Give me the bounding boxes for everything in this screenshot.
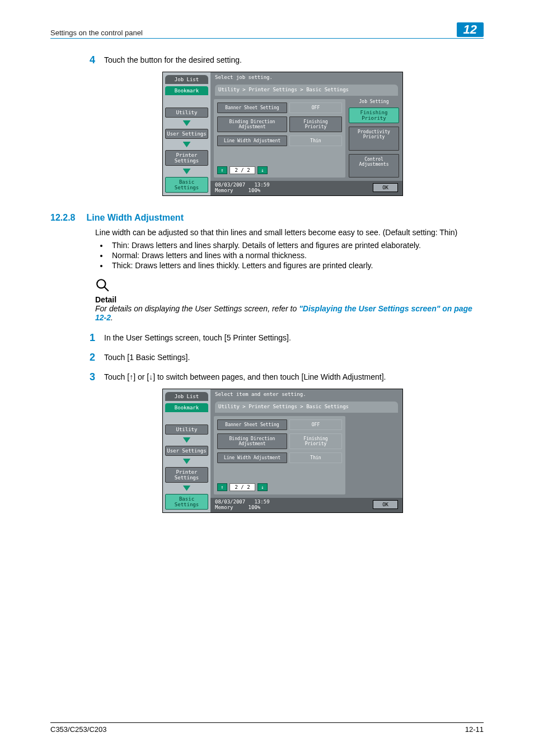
- panel-screenshot-1: Job List Bookmark Utility User Settings …: [162, 72, 403, 196]
- step-4-text: Touch the button for the desired setting…: [104, 54, 242, 64]
- job-list-tab[interactable]: Job List: [165, 392, 208, 401]
- footer-date: 08/03/2007: [215, 499, 245, 505]
- intro-text: Line width can be adjusted so that thin …: [95, 227, 484, 239]
- step-4-number: 4: [90, 54, 104, 66]
- footer-right: 12-11: [465, 725, 484, 734]
- banner-sheet-setting-value: OFF: [289, 419, 342, 430]
- line-width-button[interactable]: Line Width Adjustment: [217, 136, 287, 146]
- page-down-button[interactable]: ↓: [257, 166, 268, 174]
- chevron-down-icon: [183, 486, 191, 491]
- binding-direction-value: Finishing Priority: [289, 433, 342, 449]
- step-3-number: 3: [90, 371, 104, 383]
- footer-left: C353/C253/C203: [50, 725, 106, 734]
- panel-footer: 08/03/2007 13:59 Memory 100% OK: [210, 181, 402, 195]
- banner-sheet-setting-value: OFF: [289, 102, 342, 113]
- section-number: 12.2.8: [50, 213, 75, 223]
- page-up-button[interactable]: ↑: [217, 483, 227, 491]
- bookmark-tab[interactable]: Bookmark: [165, 86, 208, 95]
- footer-memory-pct: 100%: [249, 188, 261, 193]
- header-left: Settings on the control panel: [50, 29, 143, 37]
- section-heading: 12.2.8 Line Width Adjustment: [50, 213, 484, 223]
- step-2-number: 2: [90, 352, 104, 363]
- pager: ↑ 2 / 2 ↓: [217, 483, 342, 491]
- basic-settings-crumb[interactable]: Basic Settings: [165, 494, 208, 510]
- instruction-bar: Select item and enter setting.: [210, 389, 402, 399]
- chevron-down-icon: [183, 120, 191, 126]
- breadcrumb-bar: Utility > Printer Settings > Basic Setti…: [215, 402, 398, 413]
- utility-crumb[interactable]: Utility: [165, 108, 208, 118]
- line-width-value: Thin: [289, 136, 342, 146]
- list-item: Normal: Draws letters and lines with a n…: [109, 251, 484, 260]
- step-2-text: Touch [1 Basic Settings].: [104, 352, 190, 362]
- printer-settings-crumb[interactable]: Printer Settings: [165, 467, 208, 483]
- panel1-left-column: Job List Bookmark Utility User Settings …: [163, 72, 210, 195]
- svg-line-1: [104, 287, 109, 291]
- ok-button[interactable]: OK: [373, 183, 398, 192]
- line-width-button[interactable]: Line Width Adjustment: [217, 452, 287, 463]
- basic-settings-crumb[interactable]: Basic Settings: [165, 177, 208, 193]
- step-3: 3 Touch [↑] or [↓] to switch between pag…: [90, 371, 484, 383]
- pager: ↑ 2 / 2 ↓: [217, 166, 342, 174]
- page-header: Settings on the control panel 12: [50, 22, 484, 39]
- step-1: 1 In the User Settings screen, touch [5 …: [90, 332, 484, 344]
- job-setting-column: Job Setting Finishing Priority Productiv…: [349, 99, 399, 178]
- panel2-left-column: Job List Bookmark Utility User Settings …: [163, 389, 210, 512]
- chevron-down-icon: [183, 437, 191, 443]
- panel-screenshot-2: Job List Bookmark Utility User Settings …: [162, 389, 403, 513]
- binding-direction-button[interactable]: Binding Direction Adjustment: [217, 433, 287, 449]
- chapter-badge: 12: [457, 22, 484, 37]
- option-list: Thin: Draws letters and lines sharply. D…: [95, 241, 484, 270]
- chevron-down-icon: [183, 459, 191, 464]
- instruction-bar: Select job setting.: [210, 72, 402, 82]
- footer-memory-pct: 100%: [249, 505, 261, 510]
- list-item: Thick: Draws letters and lines thickly. …: [109, 261, 484, 270]
- settings-area: Banner Sheet Setting OFF Binding Directi…: [214, 99, 345, 178]
- detail-heading: Detail: [95, 295, 484, 304]
- svg-point-0: [97, 279, 105, 288]
- page-down-button[interactable]: ↓: [257, 483, 268, 491]
- banner-sheet-setting-button[interactable]: Banner Sheet Setting: [217, 102, 287, 113]
- productivity-priority-button[interactable]: Productivity Priority: [349, 127, 399, 151]
- printer-settings-crumb[interactable]: Printer Settings: [165, 150, 208, 166]
- step-2: 2 Touch [1 Basic Settings].: [90, 352, 484, 363]
- chevron-down-icon: [183, 169, 191, 174]
- step-1-number: 1: [90, 332, 104, 344]
- binding-direction-button[interactable]: Binding Direction Adjustment: [217, 116, 287, 132]
- footer-memory-label: Memory: [215, 188, 233, 193]
- banner-sheet-setting-button[interactable]: Banner Sheet Setting: [217, 419, 287, 430]
- empty-side-column: [349, 416, 399, 494]
- page-up-button[interactable]: ↑: [217, 166, 227, 174]
- ok-button[interactable]: OK: [373, 500, 398, 509]
- detail-body: For details on displaying the User Setti…: [95, 304, 484, 322]
- user-settings-crumb[interactable]: User Settings: [165, 129, 208, 139]
- magnifier-icon: [95, 278, 484, 294]
- footer-time: 13:59: [254, 499, 269, 505]
- page-indicator: 2 / 2: [229, 166, 255, 174]
- step-1-text: In the User Settings screen, touch [5 Pr…: [104, 332, 291, 342]
- step-3-text: Touch [↑] or [↓] to switch between pages…: [104, 371, 386, 381]
- control-adjustments-button[interactable]: Control Adjustments: [349, 154, 399, 178]
- footer-date: 08/03/2007: [215, 182, 245, 188]
- job-setting-title: Job Setting: [349, 99, 399, 104]
- line-width-value: Thin: [289, 452, 342, 463]
- footer-memory-label: Memory: [215, 505, 233, 510]
- binding-direction-value: Finishing Priority: [289, 116, 342, 132]
- user-settings-crumb[interactable]: User Settings: [165, 446, 208, 456]
- panel-footer: 08/03/2007 13:59 Memory 100% OK: [210, 498, 402, 512]
- detail-note: Detail For details on displaying the Use…: [95, 278, 484, 322]
- step-4: 4 Touch the button for the desired setti…: [90, 54, 484, 66]
- utility-crumb[interactable]: Utility: [165, 424, 208, 435]
- page-footer: C353/C253/C203 12-11: [50, 722, 484, 734]
- finishing-priority-button[interactable]: Finishing Priority: [349, 108, 399, 123]
- settings-area: Banner Sheet Setting OFF Binding Directi…: [214, 416, 345, 494]
- list-item: Thin: Draws letters and lines sharply. D…: [109, 241, 484, 250]
- job-list-tab[interactable]: Job List: [165, 75, 208, 84]
- footer-time: 13:59: [254, 182, 269, 188]
- section-title: Line Width Adjustment: [86, 213, 183, 223]
- page-indicator: 2 / 2: [229, 483, 255, 491]
- bookmark-tab[interactable]: Bookmark: [165, 403, 208, 412]
- chevron-down-icon: [183, 142, 191, 147]
- breadcrumb-bar: Utility > Printer Settings > Basic Setti…: [215, 85, 398, 96]
